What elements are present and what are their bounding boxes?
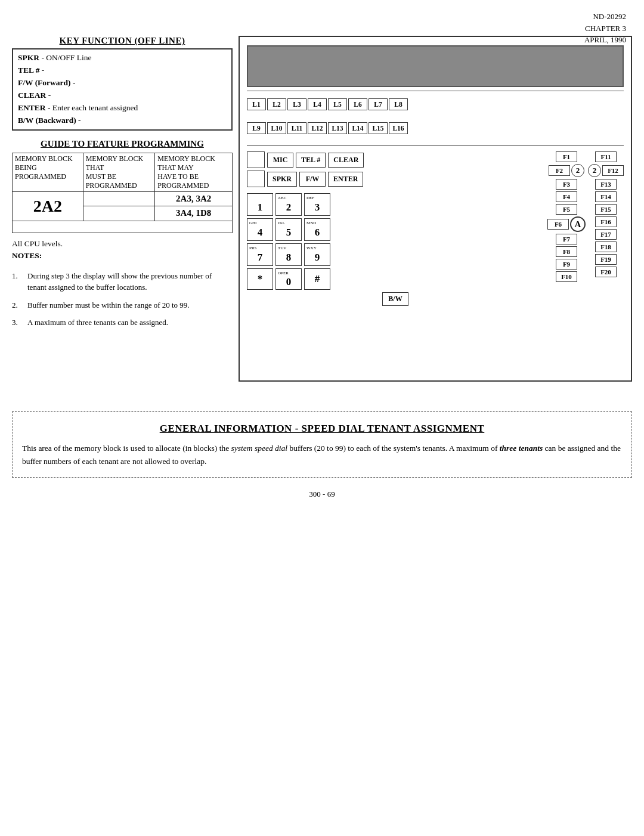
keypad-left: MIC TEL # CLEAR SPKR F/W ENTER — [247, 151, 544, 306]
bottom-section: GENERAL INFORMATION - SPEED DIAL TENANT … — [12, 411, 632, 478]
f10-key[interactable]: F10 — [556, 271, 577, 282]
notes-title: NOTES: — [12, 251, 233, 261]
f11-key[interactable]: F11 — [595, 151, 617, 162]
left-panel: KEY FUNCTION (OFF LINE) SPKR - ON/OFF Li… — [12, 36, 233, 382]
guide-empty-row — [13, 221, 233, 233]
f8-key[interactable]: F8 — [556, 246, 577, 257]
f16-key[interactable]: F16 — [595, 216, 617, 227]
guide-col1-h1: MEMORY BLOCK BEING — [15, 154, 80, 172]
l-row-2: L9 L10 L11 L12 L13 L14 L15 L16 — [242, 120, 628, 137]
f17-key[interactable]: F17 — [595, 229, 617, 240]
guide-empty2 — [83, 206, 155, 221]
l-btn-l3[interactable]: L3 — [287, 98, 306, 110]
general-plain1: This area of the memory block is used to… — [22, 444, 231, 453]
clear-key[interactable]: CLEAR — [328, 153, 364, 168]
page-number: 300 - 69 — [0, 490, 644, 499]
l-btn-l16[interactable]: L16 — [389, 122, 408, 134]
num-row-3: PRS 7 TUV 8 WXY 9 — [247, 243, 544, 266]
key-1[interactable]: 1 — [247, 193, 273, 216]
l-btn-l13[interactable]: L13 — [328, 122, 347, 134]
separator-1 — [247, 91, 624, 91]
key-hash[interactable]: # — [304, 268, 330, 290]
key-6[interactable]: MNO 6 — [304, 218, 330, 241]
guide-col3-header: MEMORY BLOCK THAT MAY HAVE TO BE PROGRAM… — [155, 153, 233, 191]
guide-table: MEMORY BLOCK BEING PROGRAMMED MEMORY BLO… — [12, 153, 233, 233]
mic-key[interactable]: MIC — [267, 153, 293, 168]
f1-key[interactable]: F1 — [556, 151, 577, 162]
f2-row: F2 2 — [549, 164, 584, 177]
note-3-text: A maximum of three tenants can be assign… — [27, 317, 168, 329]
spkr-key[interactable]: SPKR — [267, 172, 297, 187]
right-panel-inner: L1 L2 L3 L4 L5 L6 L7 L8 L9 L10 L11 L12 L… — [240, 37, 631, 309]
enter-key[interactable]: ENTER — [328, 172, 363, 187]
f4-key[interactable]: F4 — [556, 191, 577, 202]
l-btn-l12[interactable]: L12 — [308, 122, 327, 134]
l-btn-l2[interactable]: L2 — [267, 98, 286, 110]
f20-key[interactable]: F20 — [595, 267, 617, 277]
f9-key[interactable]: F9 — [556, 259, 577, 270]
guide-col2-h1: MEMORY BLOCK THAT — [86, 154, 153, 172]
small-square-2 — [247, 171, 265, 187]
guide-col3-h2: HAVE TO BE PROGRAMMED — [157, 172, 230, 190]
l-btn-l14[interactable]: L14 — [348, 122, 367, 134]
general-italic1: system speed dial — [231, 444, 287, 453]
f13-key[interactable]: F13 — [595, 179, 617, 190]
bw-row: B/W — [247, 292, 544, 306]
f2-key[interactable]: F2 — [549, 165, 570, 176]
key-0[interactable]: OPER 0 — [275, 268, 302, 290]
key-4[interactable]: GHI 4 — [247, 218, 273, 241]
f12-key[interactable]: F12 — [602, 165, 624, 176]
f14-key[interactable]: F14 — [595, 191, 617, 202]
f19-key[interactable]: F19 — [595, 254, 617, 265]
key-9[interactable]: WXY 9 — [304, 243, 330, 266]
l-btn-l9[interactable]: L9 — [247, 122, 266, 134]
key-2[interactable]: ABC 2 — [275, 193, 302, 216]
l-btn-l6[interactable]: L6 — [348, 98, 367, 110]
l-btn-l8[interactable]: L8 — [389, 98, 408, 110]
bw-key[interactable]: B/W — [382, 292, 408, 306]
l-btn-l4[interactable]: L4 — [308, 98, 327, 110]
circle-A: A — [570, 216, 586, 232]
f15-key[interactable]: F15 — [595, 204, 617, 215]
l-btn-l7[interactable]: L7 — [369, 98, 388, 110]
general-body: This area of the memory block is used to… — [22, 442, 622, 467]
l-btn-l5[interactable]: L5 — [328, 98, 347, 110]
l-btn-l11[interactable]: L11 — [287, 122, 306, 134]
guide-col3-h1: MEMORY BLOCK THAT MAY — [157, 154, 230, 172]
guide-title: GUIDE TO FEATURE PROGRAMMING — [12, 139, 233, 149]
circle-2b: 2 — [588, 164, 601, 177]
notes-list: 1. During step 3 the display will show t… — [12, 270, 233, 329]
tel-key[interactable]: TEL # — [296, 153, 326, 168]
l-btn-l10[interactable]: L10 — [267, 122, 286, 134]
guide-big-label: 2A2 — [13, 191, 83, 221]
general-plain2: buffers (20 to 99) to each of the system… — [287, 444, 500, 453]
separator-2 — [247, 145, 624, 145]
general-title: GENERAL INFORMATION - SPEED DIAL TENANT … — [22, 423, 622, 435]
f-col-right: F11 2 F12 F13 F14 F15 F16 F17 F18 F19 F2… — [588, 151, 624, 306]
top-key-row: MIC TEL # CLEAR — [247, 151, 544, 168]
key-8[interactable]: TUV 8 — [275, 243, 302, 266]
f5-key[interactable]: F5 — [556, 204, 577, 215]
key-3[interactable]: DEF 3 — [304, 193, 330, 216]
kf-item-clear: CLEAR - — [18, 89, 227, 102]
key-5[interactable]: JKL 5 — [275, 218, 302, 241]
kf-item-enter: ENTER - Enter each tenant assigned — [18, 102, 227, 114]
key-star[interactable]: * — [247, 268, 273, 290]
f18-key[interactable]: F18 — [595, 241, 617, 252]
note-1-text: During step 3 the display will show the … — [27, 270, 233, 293]
l-btn-l15[interactable]: L15 — [369, 122, 388, 134]
key-7[interactable]: PRS 7 — [247, 243, 273, 266]
guide-row2-col2: 2A3, 3A2 — [155, 191, 233, 206]
fw-key[interactable]: F/W — [299, 172, 326, 187]
l-row-1: L1 L2 L3 L4 L5 L6 L7 L8 — [242, 96, 628, 113]
f-columns: F1 F2 2 F3 F4 F5 F6 A F7 F8 — [547, 151, 624, 306]
f7-key[interactable]: F7 — [556, 234, 577, 244]
f12-row: 2 F12 — [588, 164, 624, 177]
f3-key[interactable]: F3 — [556, 179, 577, 190]
f6-key[interactable]: F6 — [547, 219, 569, 230]
l-btn-l1[interactable]: L1 — [247, 98, 266, 110]
circle-2a: 2 — [571, 164, 584, 177]
header-line2: CHAPTER 3 — [584, 23, 626, 35]
bottom-row: * OPER 0 # — [247, 268, 544, 290]
kf-item-spkr: SPKR - ON/OFF Line — [18, 52, 227, 64]
